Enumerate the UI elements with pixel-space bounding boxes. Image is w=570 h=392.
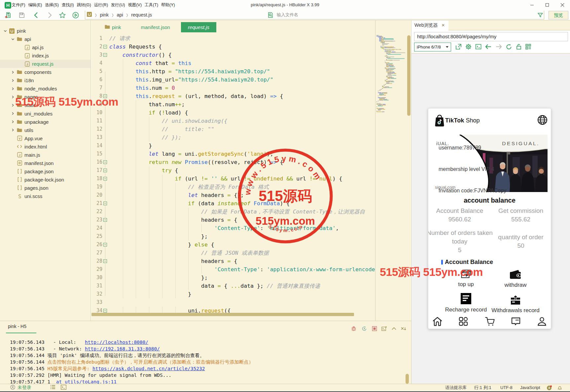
tab-home-icon[interactable] [432, 316, 442, 326]
refresh-icon[interactable] [506, 44, 512, 50]
chevron-right-icon[interactable] [11, 87, 15, 91]
tree-item-App.vue[interactable]: V App.vue [0, 134, 91, 143]
log-link[interactable]: https://ask.dcloud.net.cn/article/35232 [92, 366, 205, 371]
code-area[interactable]: 1// 请求2class Requests {3constructor() {4… [91, 32, 375, 321]
menu-9[interactable]: 帮助(Y) [160, 0, 177, 10]
tree-item-api.js[interactable]: J api.js [0, 43, 91, 51]
tree-item-components[interactable]: components [0, 68, 91, 76]
qr-code-icon[interactable] [525, 44, 532, 50]
globe-icon[interactable] [537, 115, 548, 125]
stop-icon[interactable] [372, 326, 377, 331]
fold-marker-icon[interactable] [103, 53, 107, 57]
open-external-icon[interactable] [455, 44, 462, 50]
tree-item-node_modules[interactable]: node_modules [0, 84, 91, 93]
menu-4[interactable]: 跳转(G) [75, 0, 92, 10]
close-icon[interactable] [555, 0, 570, 10]
menu-3[interactable]: 查找(I) [60, 0, 75, 10]
minimap-scrollbar[interactable] [407, 35, 410, 116]
file-search-input[interactable]: 输入文件名 [267, 11, 544, 19]
favorite-star-icon[interactable] [59, 12, 66, 19]
unlock-icon[interactable] [516, 44, 522, 50]
menu-5[interactable]: 运行(R) [92, 0, 109, 10]
tree-item-request.js[interactable]: J request.js [0, 60, 91, 68]
tree-item-unpackage[interactable]: unpackage [0, 118, 91, 126]
debug-bug-icon[interactable] [351, 326, 356, 331]
tree-item-index.js[interactable]: J index.js [0, 51, 91, 60]
nav-forward-icon[interactable] [495, 44, 502, 50]
cursor-col-status[interactable]: 列:1 [483, 385, 491, 391]
new-file-icon[interactable] [5, 12, 12, 19]
action-recharge[interactable]: Recharge record [440, 293, 492, 313]
menu-8[interactable]: 工具(T) [143, 0, 160, 10]
forward-icon[interactable] [46, 12, 53, 19]
tree-item-pages.json[interactable]: pages.json [0, 184, 91, 192]
tree-item-uni.scss[interactable]: uni.scss [0, 192, 91, 200]
editor-tab-request.js[interactable]: request.js [181, 22, 216, 32]
chevron-right-icon[interactable] [11, 79, 15, 82]
outline-list-icon[interactable] [51, 385, 55, 390]
copy-button[interactable]: Copy [494, 188, 506, 193]
encoding-status[interactable]: UTF-8 [500, 385, 513, 390]
save-icon[interactable] [18, 12, 25, 19]
restart-icon[interactable] [362, 326, 367, 331]
menu-1[interactable]: 编辑(E) [27, 0, 44, 10]
run-icon[interactable] [72, 12, 79, 19]
fold-marker-icon[interactable] [103, 45, 107, 49]
tree-item-main.js[interactable]: J main.js [0, 151, 91, 159]
minimize-icon[interactable] [524, 0, 540, 10]
chevron-right-icon[interactable] [11, 128, 15, 132]
clear-console-icon[interactable] [401, 326, 406, 331]
log-link[interactable]: http://192.168.31.33:8080/ [85, 346, 160, 351]
tree-item-package-lock.json[interactable]: package-lock.json [0, 176, 91, 184]
tree-item-pages[interactable]: pages [0, 93, 91, 101]
user-icon[interactable] [10, 385, 15, 391]
browser-tab-close-icon[interactable]: ✕ [442, 23, 445, 28]
terminal-icon[interactable] [61, 385, 66, 391]
browser-tab[interactable]: Web浏览器 ✕ [411, 20, 448, 30]
menu-6[interactable]: 发行(U) [110, 0, 126, 10]
syntax-lib-status[interactable]: 语法提示库 [445, 385, 467, 391]
chevron-right-icon[interactable] [11, 70, 15, 74]
editor-tab-manifest.json[interactable]: manifest.json [136, 22, 175, 32]
breadcrumb-item[interactable]: api [117, 12, 123, 17]
chevron-down-icon[interactable] [3, 29, 7, 33]
tab-grid-icon[interactable] [458, 316, 468, 326]
tree-item-api[interactable]: api [0, 35, 91, 43]
tree-item-static[interactable]: static [0, 101, 91, 109]
cursor-line-status[interactable]: 行:1 [474, 385, 482, 391]
tab-cart-icon[interactable] [485, 316, 495, 326]
log-link[interactable]: http://localhost:8080/ [85, 340, 148, 345]
collapse-panel-icon[interactable] [391, 326, 396, 331]
editor-tab-pink[interactable]: pink [99, 22, 126, 32]
console-scrollbar[interactable] [406, 374, 409, 384]
chevron-down-icon[interactable] [11, 37, 15, 41]
bell-icon[interactable] [557, 385, 562, 391]
breadcrumb-item[interactable]: request.js [131, 12, 152, 17]
breadcrumb-item[interactable]: pink [100, 12, 109, 17]
url-input[interactable]: http://localhost:8080/#/pages/my/my [414, 32, 568, 41]
tree-item-package.json[interactable]: package.json [0, 167, 91, 176]
action-topup[interactable]: top up [440, 269, 492, 288]
update-download-icon[interactable] [547, 385, 552, 392]
editor-hscrollbar[interactable] [91, 313, 354, 316]
tree-item-utils[interactable]: utils [0, 126, 91, 134]
language-status[interactable]: JavaScript [520, 385, 540, 390]
fold-marker-icon[interactable] [103, 309, 107, 312]
action-withdraw[interactable]: withdraw [489, 269, 542, 288]
action-withdrawals[interactable]: Withdrawals record [489, 293, 542, 314]
tab-message-icon[interactable] [511, 316, 521, 326]
tree-item-pink[interactable]: pink [0, 27, 91, 35]
login-status[interactable]: 未登录 [18, 385, 31, 391]
chevron-right-icon[interactable] [11, 120, 15, 124]
tab-person-icon[interactable] [537, 316, 547, 326]
tree-item-manifest.json[interactable]: manifest.json [0, 159, 91, 167]
chevron-right-icon[interactable] [11, 95, 15, 99]
tree-item-uni_modules[interactable]: uni_modules [0, 110, 91, 118]
gear-icon[interactable] [465, 44, 472, 50]
preview-button[interactable]: 预览 [549, 11, 568, 19]
console-icon[interactable] [475, 44, 482, 50]
filter-icon[interactable] [537, 12, 543, 18]
device-select[interactable]: iPhone 6/7/8 [414, 43, 451, 51]
minimap[interactable] [375, 20, 411, 321]
menu-0[interactable]: 文件(F) [10, 0, 27, 10]
